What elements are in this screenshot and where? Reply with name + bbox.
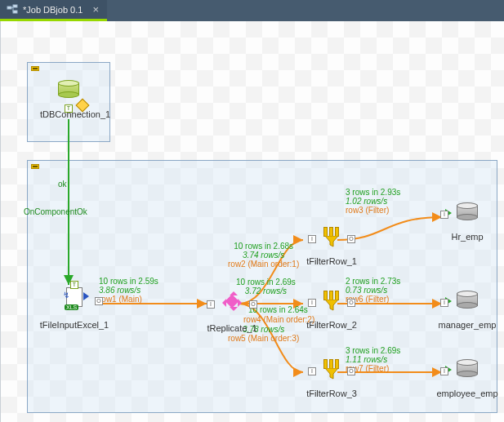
replicate-icon — [218, 291, 246, 318]
node-label: tReplicate_1 — [195, 323, 269, 333]
close-icon[interactable]: × — [92, 3, 99, 16]
node-label: Hr_emp — [439, 232, 496, 242]
node-label: manager_emp — [434, 320, 501, 330]
job-icon — [7, 4, 18, 16]
node-dboutput-hr-emp[interactable]: Hr_emp — [439, 202, 496, 242]
node-label: tFilterRow_3 — [295, 389, 368, 398]
editor-tabbar: *Job DBjob 0.1 × — [0, 0, 504, 21]
node-tfilterrow-2[interactable]: tFilterRow_2 — [295, 291, 368, 330]
tab-job-dbjob[interactable]: *Job DBjob 0.1 × — [0, 0, 107, 21]
link-trigger-label: OnComponentOk — [24, 207, 87, 216]
link-row2-label: 10 rows in 2.68s 3.74 rows/s row2 (Main … — [228, 242, 299, 269]
node-label: tFilterRow_1 — [295, 256, 368, 266]
db-output-icon — [453, 202, 481, 230]
node-dboutput-employee-emp[interactable]: employee_emp — [430, 359, 504, 398]
filter-icon — [318, 227, 346, 255]
excel-input-icon: ↯ XLS — [60, 287, 88, 315]
link-trigger-midlabel: ok — [58, 180, 67, 189]
tab-title: *Job DBjob 0.1 — [23, 5, 83, 15]
filter-icon — [318, 291, 346, 318]
node-tfilterrow-1[interactable]: tFilterRow_1 — [295, 227, 368, 266]
db-output-icon — [453, 291, 481, 318]
db-output-icon — [453, 359, 481, 387]
node-dboutput-manager-emp[interactable]: manager_emp — [434, 291, 501, 330]
node-tfilterrow-3[interactable]: tFilterRow_3 — [295, 359, 368, 398]
svg-rect-1 — [13, 5, 17, 7]
db-connection-icon — [55, 80, 83, 108]
node-tdbconnection[interactable]: tDBConnection_1 — [40, 80, 97, 119]
svg-rect-0 — [7, 7, 11, 9]
node-tfileinputexcel[interactable]: ↯ XLS tFileInputExcel_1 — [33, 287, 115, 330]
node-treplicate[interactable]: tReplicate_1 — [195, 291, 269, 333]
job-designer-canvas[interactable]: ok OnComponentOk 10 rows in 2.59s 3.86 r… — [0, 21, 504, 422]
filter-icon — [318, 359, 346, 387]
svg-rect-2 — [13, 11, 17, 13]
node-label: tFileInputExcel_1 — [33, 320, 115, 330]
node-label: employee_emp — [430, 389, 504, 398]
node-label: tFilterRow_2 — [295, 320, 368, 330]
link-row3-label: 3 rows in 2.93s 1.02 rows/s row3 (Filter… — [346, 188, 400, 215]
